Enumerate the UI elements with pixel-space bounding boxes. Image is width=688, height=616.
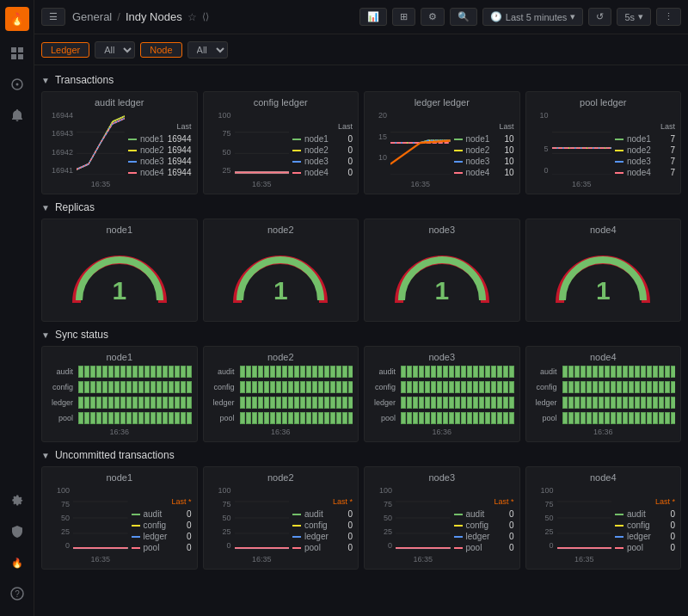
sidebar-item-shield[interactable] (3, 518, 31, 545)
sync-bar (102, 397, 108, 409)
uncommitted-node2-title: node2 (209, 472, 353, 483)
y-label: 50 (209, 148, 231, 157)
uc-node2-chart-svg (235, 486, 290, 550)
sync-bar (623, 366, 628, 378)
sync-bar (90, 381, 95, 393)
sync-bar (318, 412, 323, 424)
sync-bar (108, 366, 114, 378)
sync-bar (144, 412, 150, 424)
sync-bar (306, 381, 311, 393)
sync-bar (138, 397, 144, 409)
sync-bar (330, 412, 335, 424)
sync-bar (641, 381, 646, 393)
sync-bar (568, 366, 574, 378)
sync-bar (479, 381, 484, 393)
sync-bar (580, 366, 586, 378)
y-label: 25 (531, 527, 554, 536)
panel-view-button[interactable]: ⊞ (392, 8, 415, 26)
sync-bar (574, 366, 580, 378)
sidebar-item-fire[interactable]: 🔥 (3, 549, 31, 576)
audit-ledger-chart-svg (77, 111, 125, 175)
sync-status-collapse-icon[interactable]: ▼ (41, 330, 50, 340)
sync-bar (401, 412, 406, 424)
dashboard-settings-button[interactable]: ⚙ (421, 8, 445, 26)
sync-bar (473, 381, 478, 393)
uncommitted-node2-legend: Last * audit0 config0 ledger0 pool0 (292, 486, 353, 564)
sync-bar (288, 397, 293, 409)
sync-bar (163, 381, 168, 393)
sync-bar (401, 397, 406, 409)
sync-node1-config-label: config (47, 383, 73, 391)
search-button[interactable]: 🔍 (450, 8, 477, 26)
sync-bar (641, 366, 646, 378)
sync-bar (306, 366, 311, 378)
sync-bar (252, 412, 257, 424)
sidebar: 🔥 🔥 ? (0, 0, 34, 616)
sync-bar (407, 366, 412, 378)
y-label: 16942 (47, 148, 73, 157)
sync-bar (120, 412, 126, 424)
sidebar-item-grid[interactable] (3, 40, 31, 67)
sidebar-item-compass[interactable] (3, 71, 31, 98)
nav-toggle-button[interactable]: ☰ (41, 8, 65, 26)
sidebar-item-help[interactable]: ? (3, 580, 31, 607)
sync-bar (509, 381, 514, 393)
sync-bar (282, 381, 287, 393)
svg-rect-0 (11, 47, 16, 52)
refresh-interval-button[interactable]: 5s ▾ (617, 8, 651, 26)
panel-menu-button[interactable]: ⋮ (656, 8, 681, 26)
sync-bar (593, 412, 598, 424)
sync-bar (419, 397, 424, 409)
transactions-collapse-icon[interactable]: ▼ (41, 76, 50, 85)
uncommitted-collapse-icon[interactable]: ▼ (41, 451, 50, 460)
sync-bar (163, 397, 168, 409)
sync-bar (509, 397, 514, 409)
sync-status-section-title: Sync status (55, 329, 108, 341)
sync-bar (78, 366, 83, 378)
sync-bar (246, 381, 251, 393)
sync-bar (635, 366, 640, 378)
sync-node4-config-bars (562, 381, 676, 393)
node-filter-button[interactable]: Node (140, 42, 181, 58)
replicas-collapse-icon[interactable]: ▼ (41, 203, 50, 213)
sync-bar (150, 397, 156, 409)
sync-bar (587, 412, 592, 424)
sync-bar (324, 412, 329, 424)
star-icon[interactable]: ☆ (187, 11, 197, 23)
svg-rect-2 (11, 54, 16, 59)
sync-bar (461, 397, 466, 409)
chart-type-button[interactable]: 📊 (359, 8, 387, 26)
sync-bar (419, 381, 424, 393)
sync-bar (114, 397, 120, 409)
uncommitted-node1-legend: Last * audit0 config0 ledger0 pool0 (132, 486, 192, 564)
sync-bar (288, 381, 293, 393)
config-ledger-x-label: 16:35 (235, 180, 290, 188)
clock-icon: 🕐 (490, 11, 502, 22)
sync-bar (258, 381, 263, 393)
ledger-filter-button[interactable]: Ledger (41, 42, 89, 58)
sync-bar (623, 397, 628, 409)
time-range-button[interactable]: 🕐 Transactions Last 5 minutes ▾ (482, 8, 584, 26)
refresh-button[interactable]: ↺ (588, 8, 611, 26)
sync-bar (431, 412, 436, 424)
audit-ledger-panel: audit ledger 16944 16943 16942 16941 (41, 91, 198, 194)
sync-node1-pool-bars (78, 412, 192, 424)
sync-bar (270, 412, 275, 424)
sync-bar (419, 412, 424, 424)
ledger-filter-dropdown[interactable]: All (95, 41, 135, 59)
sidebar-item-settings[interactable] (3, 487, 31, 514)
sync-node3-pool-label: pool (370, 414, 396, 422)
sync-bar (665, 381, 670, 393)
sync-bar (503, 366, 508, 378)
sync-bar (187, 397, 192, 409)
sync-bar (580, 412, 586, 424)
sync-bar (187, 412, 192, 424)
transactions-section-header: ▼ Transactions (41, 74, 681, 86)
sidebar-item-bell[interactable] (3, 102, 31, 129)
node-filter-dropdown[interactable]: All (187, 41, 228, 59)
share-icon[interactable]: ⟨⟩ (202, 11, 209, 22)
sync-bar (449, 412, 454, 424)
sync-bar (102, 412, 108, 424)
y-label: 5 (531, 145, 549, 153)
sync-bar (671, 412, 676, 424)
